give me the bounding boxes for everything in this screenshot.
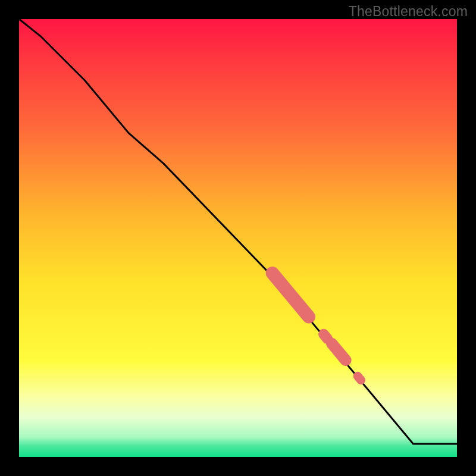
background-gradient (19, 19, 457, 457)
plot-area (19, 19, 457, 457)
watermark-text: TheBottleneck.com (349, 4, 468, 20)
svg-rect-0 (19, 19, 457, 457)
chart-frame: TheBottleneck.com (0, 0, 476, 476)
